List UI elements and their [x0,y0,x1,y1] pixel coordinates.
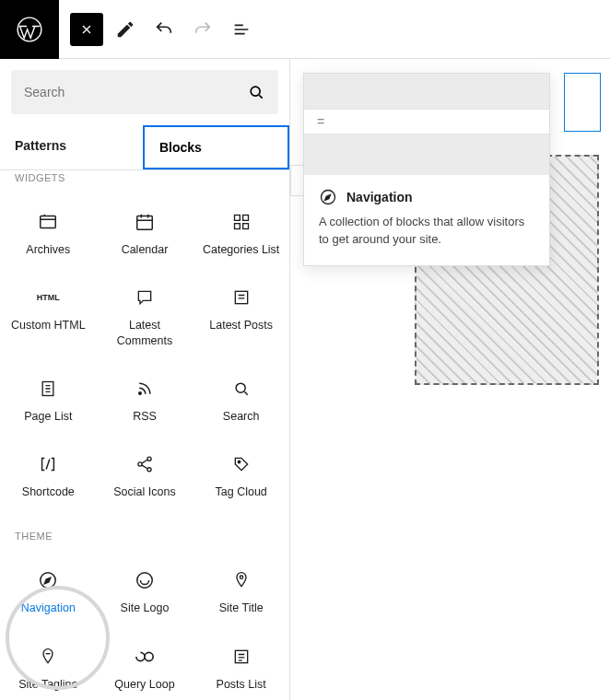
compass-icon [319,188,337,206]
edit-icon[interactable] [109,13,142,46]
tag-icon [230,453,252,475]
calendar-icon [134,211,156,233]
search-input[interactable] [24,85,247,99]
block-search[interactable]: Search [193,365,289,440]
svg-rect-2 [41,216,56,228]
tab-blocks[interactable]: Blocks [143,125,289,169]
latest-posts-icon [230,286,252,309]
popover-preview-mid [304,134,549,175]
section-theme-label: THEME [0,523,289,549]
block-page-list[interactable]: Page List [0,365,97,440]
popover-title: Navigation [346,190,413,204]
drag-handle-icon[interactable]: = [304,109,549,134]
document-outline-icon[interactable] [225,13,258,46]
search-block-icon [230,378,252,400]
block-site-title[interactable]: Site Title [193,556,289,632]
page-list-icon [37,378,59,400]
tagline-icon [37,646,59,668]
svg-rect-8 [235,292,247,304]
svg-rect-5 [242,216,248,221]
loop-icon [134,646,156,668]
block-posts-list[interactable]: Posts List [193,633,289,701]
block-shortcode[interactable]: Shortcode [0,440,97,516]
rss-icon [134,378,156,400]
block-calendar[interactable]: Calendar [97,198,194,274]
block-latest-posts[interactable]: Latest Posts [193,274,289,365]
svg-point-1 [251,87,260,96]
navigation-block-selected[interactable] [564,73,601,132]
shortcode-icon [37,453,59,475]
archives-icon [37,211,59,233]
undo-icon[interactable] [147,13,181,46]
compass-icon [37,569,59,591]
block-navigation[interactable]: Navigation [0,556,97,632]
svg-point-15 [238,461,240,463]
svg-rect-4 [234,216,240,221]
popover-description: A collection of blocks that allow visito… [319,214,534,249]
block-description-popover: = Navigation A collection of blocks that… [303,73,550,266]
redo-icon [186,13,219,46]
comment-icon [134,286,156,309]
posts-list-icon [230,646,252,668]
svg-rect-3 [137,216,153,230]
search-box[interactable] [11,70,278,114]
svg-rect-6 [234,224,240,229]
block-site-logo[interactable]: Site Logo [97,556,194,632]
html-icon: HTML [37,286,59,309]
block-query-loop[interactable]: Query Loop [97,633,194,701]
share-icon [134,453,156,475]
block-tag-cloud[interactable]: Tag Cloud [193,440,289,516]
block-inserter-panel: Patterns Blocks WIDGETS Archives Calenda… [0,59,290,700]
popover-preview-top [304,74,549,109]
search-icon [247,83,265,101]
editor-canvas: = Navigation A collection of blocks that… [290,59,610,700]
block-latest-comments[interactable]: Latest Comments [97,274,194,365]
svg-point-10 [139,392,142,395]
block-social-icons[interactable]: Social Icons [97,440,194,516]
categories-icon [230,211,252,233]
pin-icon [230,569,252,591]
wordpress-logo[interactable] [0,0,59,59]
site-logo-icon [134,569,156,591]
close-inserter-button[interactable] [70,13,103,46]
block-custom-html[interactable]: HTML Custom HTML [0,274,97,365]
svg-point-11 [236,383,245,392]
svg-point-17 [137,573,153,589]
block-categories-list[interactable]: Categories List [193,198,289,274]
svg-rect-7 [242,224,248,229]
block-rss[interactable]: RSS [97,365,194,440]
block-archives[interactable]: Archives [0,198,97,274]
block-site-tagline[interactable]: Site Tagline [0,633,97,701]
svg-point-18 [240,576,242,578]
tab-patterns[interactable]: Patterns [0,125,143,169]
